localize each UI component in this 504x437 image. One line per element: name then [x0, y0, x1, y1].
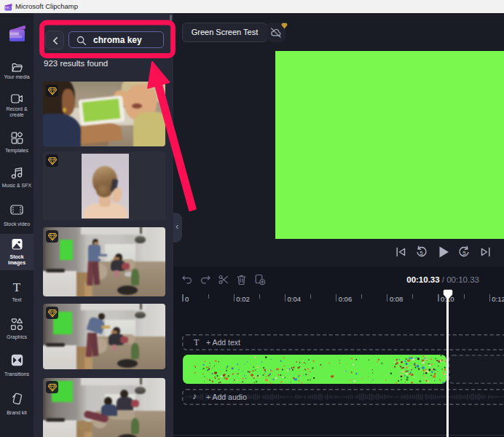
svg-text:5: 5 — [420, 250, 423, 256]
svg-text:5: 5 — [462, 250, 466, 256]
